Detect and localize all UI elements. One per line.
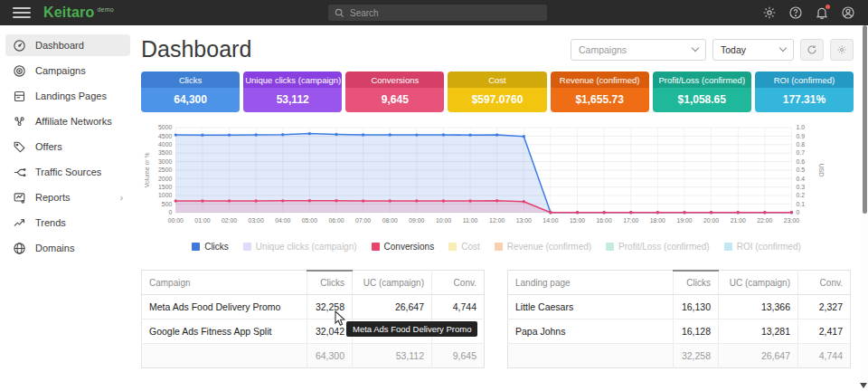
target-icon bbox=[13, 64, 26, 78]
metric-card-revenue[interactable]: Revenue (confirmed) $1,655.73 bbox=[551, 72, 649, 112]
column-header-landing-page[interactable]: Landing page bbox=[508, 271, 674, 295]
svg-text:01:00: 01:00 bbox=[194, 217, 210, 224]
global-search[interactable] bbox=[328, 5, 547, 21]
svg-text:03:00: 03:00 bbox=[249, 217, 264, 224]
svg-text:0.7: 0.7 bbox=[796, 149, 805, 156]
legend-swatch bbox=[372, 243, 380, 251]
metric-card-roi[interactable]: ROI (confirmed) 177.31% bbox=[755, 72, 854, 112]
help-icon[interactable] bbox=[788, 5, 803, 20]
table-row[interactable]: Papa Johns 16,128 13,281 2,417 bbox=[508, 319, 851, 343]
column-header-clicks[interactable]: Clicks bbox=[307, 271, 353, 295]
svg-text:04:00: 04:00 bbox=[275, 217, 290, 224]
legend-item[interactable]: Revenue (confirmed) bbox=[495, 242, 591, 252]
legend-item[interactable]: Unique clicks (campaign) bbox=[243, 242, 357, 252]
page-scrollbar[interactable] bbox=[862, 25, 868, 391]
logo-demo-badge: demo bbox=[98, 6, 114, 13]
landing-page-name[interactable]: Little Caesars bbox=[508, 294, 674, 319]
conv-total: 4,744 bbox=[798, 343, 851, 367]
sidebar-item-campaigns[interactable]: Campaigns bbox=[5, 60, 130, 81]
sidebar-item-label: Landings Pages bbox=[35, 91, 107, 101]
sidebar-item-label: Affiliate Networks bbox=[35, 116, 112, 127]
legend-item[interactable]: Conversions bbox=[372, 242, 435, 252]
dashboard-settings-button[interactable] bbox=[830, 39, 854, 61]
refresh-button[interactable] bbox=[800, 39, 824, 61]
clicks-value: 32,258 bbox=[307, 294, 353, 319]
metric-card-profit-loss[interactable]: Profit/Loss (confirmed) $1,058.65 bbox=[653, 72, 751, 112]
scroll-down-arrow-icon[interactable] bbox=[860, 383, 867, 388]
sidebar-item-landings-pages[interactable]: Landings Pages bbox=[5, 85, 130, 107]
svg-text:23:00: 23:00 bbox=[784, 217, 799, 224]
svg-text:0.4: 0.4 bbox=[796, 176, 805, 182]
legend-swatch bbox=[243, 243, 251, 251]
metric-value: $597.0760 bbox=[448, 88, 546, 112]
report-chart-icon bbox=[13, 191, 26, 205]
landing-pages-table: Landing page Clicks UC (campaign) Conv. … bbox=[507, 270, 851, 368]
campaigns-table: Campaign Clicks UC (campaign) Conv. Meta… bbox=[141, 270, 485, 368]
metric-value: 177.31% bbox=[755, 88, 854, 112]
svg-text:21:00: 21:00 bbox=[731, 217, 746, 224]
svg-text:USD: USD bbox=[818, 164, 825, 177]
metric-card-clicks[interactable]: Clicks 64,300 bbox=[141, 72, 240, 112]
column-header-conv[interactable]: Conv. bbox=[798, 271, 851, 295]
metric-value: $1,058.65 bbox=[653, 88, 751, 112]
landing-page-name[interactable]: Papa Johns bbox=[508, 319, 674, 343]
campaign-name[interactable]: Meta Ads Food Delivery Promo bbox=[142, 294, 307, 319]
sidebar-item-dashboard[interactable]: Dashboard bbox=[5, 34, 130, 56]
sidebar-item-trends[interactable]: Trends bbox=[5, 212, 130, 234]
date-range-select[interactable]: Today bbox=[712, 39, 794, 61]
column-header-clicks[interactable]: Clicks bbox=[674, 271, 719, 295]
sidebar-item-domains[interactable]: Domains bbox=[5, 237, 130, 259]
sidebar-item-affiliate-networks[interactable]: Affiliate Networks bbox=[5, 110, 130, 132]
svg-text:15:00: 15:00 bbox=[570, 217, 585, 224]
app-logo[interactable]: Keitarodemo bbox=[43, 5, 114, 21]
user-profile-icon[interactable] bbox=[841, 5, 855, 20]
table-row[interactable]: Meta Ads Food Delivery Promo 32,258 26,6… bbox=[142, 294, 485, 319]
campaigns-filter-select[interactable]: Campaigns bbox=[571, 39, 706, 61]
sidebar-item-offers[interactable]: Offers bbox=[5, 136, 130, 157]
metric-cards: Clicks 64,300 Unique clicks (campaign) 5… bbox=[137, 72, 855, 112]
table-row[interactable]: Little Caesars 16,130 13,366 2,327 bbox=[508, 294, 851, 319]
conv-value: 4,744 bbox=[432, 294, 485, 319]
metric-label: Revenue (confirmed) bbox=[551, 72, 649, 88]
svg-text:4000: 4000 bbox=[158, 141, 172, 148]
metric-card-cost[interactable]: Cost $597.0760 bbox=[448, 72, 546, 112]
svg-text:0.6: 0.6 bbox=[796, 158, 805, 165]
settings-gear-icon[interactable] bbox=[762, 5, 777, 20]
campaign-name[interactable]: Google Ads Fitness App Split bbox=[142, 319, 307, 343]
search-input[interactable] bbox=[350, 8, 541, 18]
metric-value: 9,645 bbox=[345, 88, 444, 112]
svg-text:12:00: 12:00 bbox=[489, 217, 505, 224]
conv-value: 2,327 bbox=[798, 294, 851, 319]
gear-icon bbox=[836, 44, 847, 55]
legend-item[interactable]: ROI (confirmed) bbox=[724, 242, 801, 252]
clicks-value: 16,130 bbox=[674, 294, 719, 319]
legend-item[interactable]: Clicks bbox=[192, 242, 229, 252]
metric-value: 64,300 bbox=[141, 88, 240, 112]
column-header-conv[interactable]: Conv. bbox=[432, 271, 485, 295]
sidebar-item-traffic-sources[interactable]: Traffic Sources bbox=[5, 161, 130, 183]
metric-label: Clicks bbox=[141, 72, 240, 88]
svg-text:11:00: 11:00 bbox=[463, 217, 478, 224]
legend-item[interactable]: Profit/Loss (confirmed) bbox=[606, 242, 710, 252]
column-header-uc[interactable]: UC (campaign) bbox=[719, 271, 798, 295]
metric-card-conversions[interactable]: Conversions 9,645 bbox=[345, 72, 444, 112]
sidebar-item-reports[interactable]: Reports › bbox=[5, 186, 130, 208]
svg-text:0.8: 0.8 bbox=[796, 141, 805, 148]
column-header-campaign[interactable]: Campaign bbox=[142, 271, 307, 295]
legend-item[interactable]: Cost bbox=[448, 242, 480, 252]
notifications-bell-icon[interactable] bbox=[815, 5, 829, 20]
chart-canvas[interactable]: 0500100015002000250030003500400045005000… bbox=[141, 121, 855, 236]
legend-swatch bbox=[495, 243, 503, 251]
menu-toggle-icon[interactable] bbox=[13, 7, 31, 18]
column-header-uc[interactable]: UC (campaign) bbox=[353, 271, 432, 295]
svg-text:13:00: 13:00 bbox=[516, 217, 532, 224]
metric-card-unique-clicks[interactable]: Unique clicks (campaign) 53,112 bbox=[243, 72, 342, 112]
conv-value: 2,417 bbox=[798, 319, 851, 343]
scrollbar-thumb[interactable] bbox=[863, 25, 867, 214]
svg-text:09:00: 09:00 bbox=[409, 217, 424, 224]
svg-text:5000: 5000 bbox=[158, 124, 172, 130]
dashboard-chart[interactable]: 0500100015002000250030003500400045005000… bbox=[137, 112, 855, 236]
svg-text:1500: 1500 bbox=[158, 184, 172, 190]
svg-text:1000: 1000 bbox=[158, 192, 172, 198]
svg-text:0.2: 0.2 bbox=[796, 192, 805, 198]
